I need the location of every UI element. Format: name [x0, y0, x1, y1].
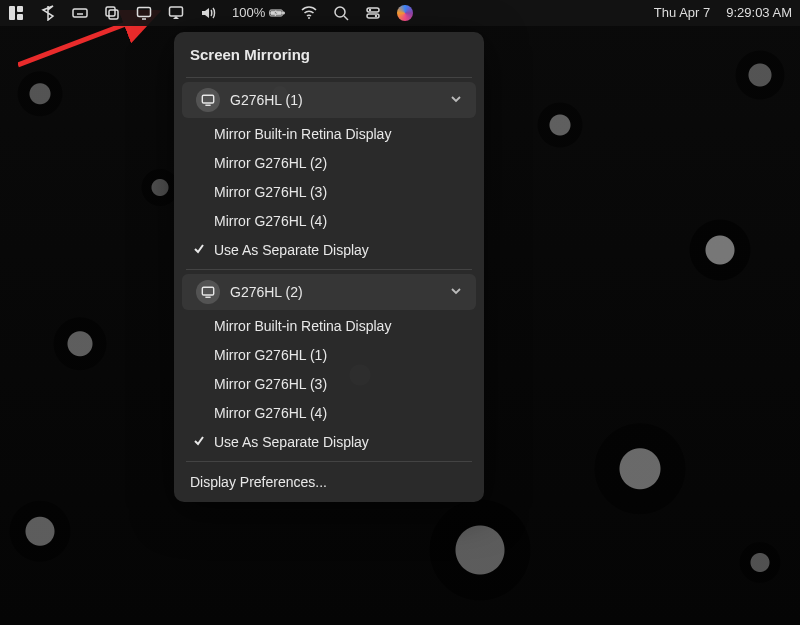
svg-rect-13: [170, 7, 183, 16]
panel-title: Screen Mirroring: [174, 40, 484, 73]
chevron-down-icon: [450, 284, 462, 300]
volume-icon[interactable]: [200, 5, 216, 21]
display-icon: [196, 280, 220, 304]
control-center-icon[interactable]: [365, 5, 381, 21]
chevron-down-icon: [450, 92, 462, 108]
mirror-option[interactable]: Mirror G276HL (3): [174, 178, 484, 207]
svg-line-19: [344, 16, 348, 20]
mirror-option[interactable]: Mirror Built-in Retina Display: [174, 120, 484, 149]
siri-icon[interactable]: [397, 5, 413, 21]
mirror-option-selected[interactable]: Use As Separate Display: [174, 236, 484, 265]
bluetooth-icon[interactable]: [40, 5, 56, 21]
separator: [186, 461, 472, 462]
svg-rect-11: [138, 8, 151, 17]
display-header-1[interactable]: G276HL (1): [182, 82, 476, 118]
svg-rect-4: [73, 9, 87, 17]
mirror-option[interactable]: Mirror G276HL (1): [174, 341, 484, 370]
display-header-2[interactable]: G276HL (2): [182, 274, 476, 310]
svg-rect-1: [9, 6, 15, 20]
airplay-icon[interactable]: [168, 5, 184, 21]
mission-control-icon[interactable]: [104, 5, 120, 21]
svg-point-23: [375, 15, 377, 17]
screen-mirroring-panel: Screen Mirroring G276HL (1) Mirror Built…: [174, 32, 484, 502]
display-icon: [196, 88, 220, 112]
mirror-option[interactable]: Mirror Built-in Retina Display: [174, 312, 484, 341]
spotlight-icon[interactable]: [333, 5, 349, 21]
svg-rect-10: [109, 10, 118, 19]
mirror-option[interactable]: Mirror G276HL (3): [174, 370, 484, 399]
mirror-option[interactable]: Mirror G276HL (2): [174, 149, 484, 178]
battery-icon: [269, 5, 285, 21]
check-icon: [192, 240, 206, 261]
separator: [186, 77, 472, 78]
mirror-option-selected[interactable]: Use As Separate Display: [174, 428, 484, 457]
screen-mirroring-menubar-icon[interactable]: [136, 5, 152, 21]
svg-rect-26: [202, 287, 213, 295]
svg-rect-9: [106, 7, 115, 16]
svg-point-17: [308, 17, 310, 19]
display-name: G276HL (2): [230, 284, 303, 300]
display-preferences-link[interactable]: Display Preferences...: [174, 466, 484, 498]
mirror-option[interactable]: Mirror G276HL (4): [174, 207, 484, 236]
svg-point-18: [335, 7, 345, 17]
svg-rect-22: [367, 14, 379, 18]
svg-rect-20: [367, 8, 379, 12]
wifi-icon[interactable]: [301, 5, 317, 21]
separator: [186, 269, 472, 270]
app-icon[interactable]: [8, 5, 24, 21]
check-icon: [192, 432, 206, 453]
battery-status[interactable]: 100%: [232, 5, 285, 21]
svg-point-21: [369, 9, 371, 11]
svg-rect-3: [17, 14, 23, 20]
svg-rect-15: [283, 12, 284, 14]
svg-rect-24: [202, 95, 213, 103]
display-name: G276HL (1): [230, 92, 303, 108]
svg-rect-2: [17, 6, 23, 12]
keyboard-icon[interactable]: [72, 5, 88, 21]
mirror-option[interactable]: Mirror G276HL (4): [174, 399, 484, 428]
menubar: 100% Thu Apr 7 9:29:03 AM: [0, 0, 800, 26]
